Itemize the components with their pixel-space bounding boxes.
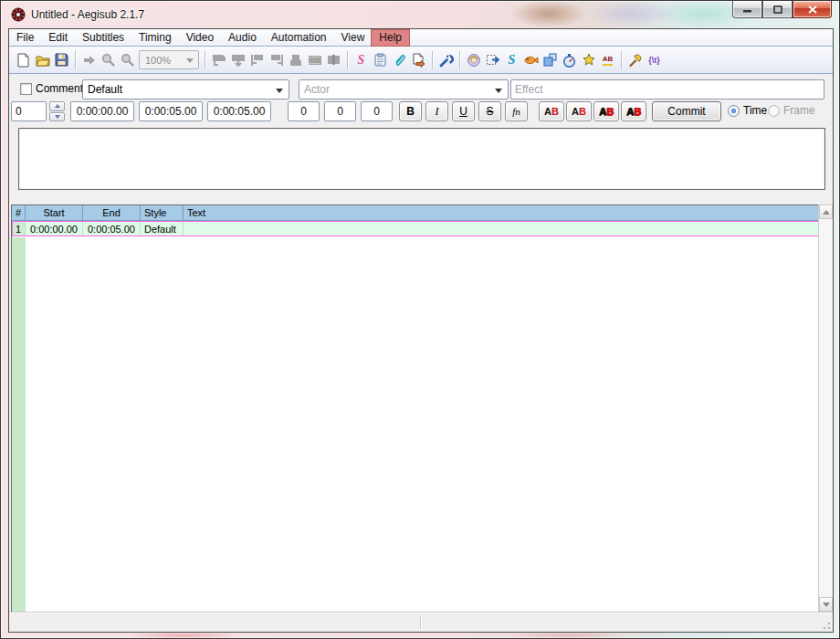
effect-field[interactable] (510, 79, 824, 100)
italic-button[interactable]: I (425, 101, 448, 121)
margin-right-field[interactable] (324, 101, 356, 121)
minimize-button[interactable] (732, 1, 762, 18)
menu-timing[interactable]: Timing (131, 30, 179, 46)
toolbar: 100% (9, 47, 833, 74)
row-number-cell[interactable]: 1 (12, 221, 26, 236)
frame-radio: Frame (768, 104, 815, 117)
start-time-field[interactable] (70, 101, 134, 121)
tag-toggle-icon[interactable]: {\t} (645, 50, 664, 70)
table-row[interactable]: 1 0:00:00.00 0:00:05.00 Default (12, 221, 820, 236)
toolbar-separator (432, 51, 433, 69)
menu-view[interactable]: View (334, 30, 373, 46)
zoom-out-icon (118, 50, 137, 70)
margin-left-field[interactable] (288, 101, 320, 121)
resize-grip[interactable] (820, 619, 831, 630)
menu-audio[interactable]: Audio (221, 30, 264, 46)
styling-assistant-icon[interactable]: AB (598, 50, 617, 70)
translation-assistant-icon[interactable] (579, 50, 598, 70)
chevron-down-icon (186, 58, 194, 67)
save-file-icon[interactable] (52, 50, 71, 70)
kanji-timer-icon[interactable] (521, 50, 541, 70)
select-visible-lines-icon (286, 50, 305, 70)
video-jump-end-icon (228, 50, 247, 70)
snap-start-to-video-icon (247, 50, 267, 70)
toolbar-separator (621, 51, 622, 69)
toolbar-separator (205, 51, 205, 69)
font-button[interactable]: fn (505, 101, 528, 121)
properties-icon[interactable] (371, 50, 390, 70)
chevron-down-icon (495, 89, 502, 97)
options-icon[interactable] (625, 50, 645, 70)
resample-resolution-icon[interactable] (541, 50, 560, 70)
shadow-color-button[interactable]: AB (621, 101, 646, 121)
duration-field[interactable] (207, 101, 271, 121)
grid-vertical-scrollbar[interactable] (818, 204, 833, 612)
shift-times-icon[interactable]: S (502, 50, 521, 70)
new-file-icon[interactable] (14, 50, 33, 70)
comment-toggle[interactable]: Comment (20, 82, 83, 95)
style-value: Default (88, 83, 122, 96)
window-title: Untitled - Aegisub 2.1.7 (31, 8, 144, 21)
subtitles-grid: # Start End Style Text 1 0:00:00.00 0:00… (11, 204, 820, 612)
row-text-cell[interactable] (184, 221, 820, 236)
video-jump-start-icon (209, 50, 228, 70)
commit-button[interactable]: Commit (652, 101, 721, 121)
bold-button[interactable]: B (399, 101, 422, 121)
grid-header-style: Style (141, 205, 184, 220)
maximize-button[interactable] (762, 1, 793, 18)
radio-disabled-icon (768, 105, 780, 117)
select-lines-icon[interactable] (483, 50, 502, 70)
scroll-up-icon[interactable] (819, 204, 833, 219)
style-select[interactable]: Default (82, 79, 289, 100)
toolbar-separator (459, 51, 460, 69)
timing-postprocessor-icon[interactable] (560, 50, 579, 70)
menu-help[interactable]: Help (372, 30, 409, 46)
snap-end-to-video-icon (267, 50, 286, 70)
actor-select[interactable]: Actor (299, 79, 509, 100)
margin-vertical-field[interactable] (361, 101, 393, 121)
snap-to-scene-icon (305, 50, 324, 70)
subtitle-text-editor[interactable] (18, 128, 825, 190)
jump-to-icon (79, 50, 99, 70)
outline-color-button[interactable]: AB (593, 101, 619, 121)
close-button[interactable] (793, 1, 832, 18)
menu-edit[interactable]: Edit (41, 30, 75, 46)
title-bar: Untitled - Aegisub 2.1.7 (1, 1, 839, 28)
layer-stepper[interactable] (49, 101, 65, 121)
scroll-down-icon[interactable] (819, 597, 833, 612)
grid-header-end: End (83, 205, 141, 220)
underline-button[interactable]: U (452, 101, 475, 121)
app-window: Untitled - Aegisub 2.1.7 File Edit Subti… (0, 0, 840, 639)
zoom-select: 100% (139, 50, 199, 69)
shift-to-frame-icon (324, 50, 343, 70)
row-end-cell[interactable]: 0:00:05.00 (83, 221, 141, 236)
toolbar-separator (75, 51, 76, 69)
primary-color-button[interactable]: AB (539, 101, 564, 121)
grid-number-gutter (12, 237, 26, 612)
comment-checkbox[interactable] (20, 83, 32, 95)
automation-icon[interactable] (436, 50, 456, 70)
styles-manager-icon[interactable]: S (352, 50, 371, 70)
zoom-value: 100% (145, 55, 171, 66)
layer-field[interactable] (11, 101, 47, 121)
time-radio[interactable]: Time (728, 104, 767, 117)
grid-header-number: # (12, 205, 26, 220)
spin-up-icon[interactable] (49, 101, 65, 111)
secondary-color-button[interactable]: AB (566, 101, 592, 121)
menu-file[interactable]: File (9, 30, 41, 46)
open-file-icon[interactable] (33, 50, 52, 70)
spell-checker-icon[interactable] (464, 50, 483, 70)
client-area: File Edit Subtitles Timing Video Audio A… (8, 28, 834, 633)
row-start-cell[interactable]: 0:00:00.00 (26, 221, 83, 236)
strikeout-button[interactable]: S (478, 101, 501, 121)
row-style-cell[interactable]: Default (141, 221, 184, 236)
end-time-field[interactable] (139, 101, 203, 121)
attachments-icon[interactable] (390, 50, 409, 70)
fonts-collector-icon[interactable] (409, 50, 428, 70)
spin-down-icon[interactable] (49, 112, 65, 122)
chevron-down-icon (276, 89, 283, 97)
frame-radio-label: Frame (783, 104, 815, 117)
menu-subtitles[interactable]: Subtitles (75, 30, 131, 46)
menu-automation[interactable]: Automation (264, 30, 334, 46)
menu-video[interactable]: Video (179, 30, 221, 46)
